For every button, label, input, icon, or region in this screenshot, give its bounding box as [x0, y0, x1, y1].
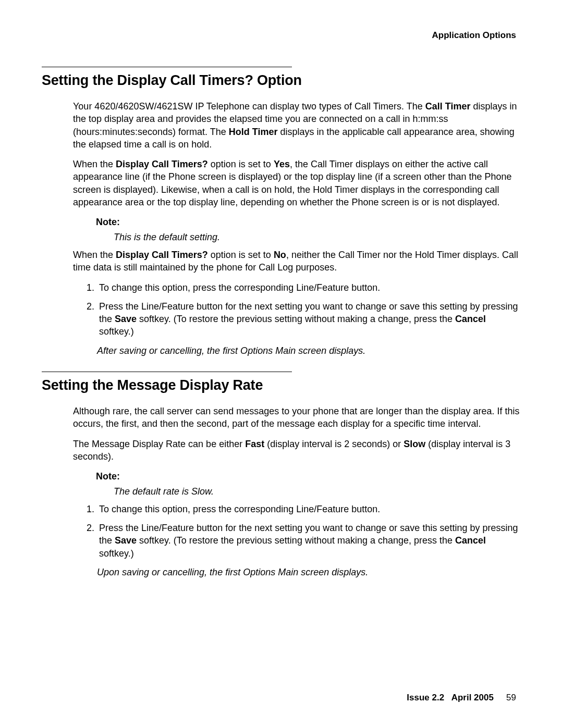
- step-item: To change this option, press the corresp…: [97, 281, 521, 294]
- text: option is set to: [208, 250, 274, 260]
- bold-save: Save: [115, 314, 137, 324]
- bold-cancel: Cancel: [455, 535, 486, 546]
- text: softkey. (To restore the previous settin…: [137, 535, 455, 546]
- section2-steps: To change this option, press the corresp…: [73, 503, 521, 560]
- note-text: This is the default setting.: [114, 231, 521, 243]
- header-category: Application Options: [42, 30, 521, 41]
- section2-body: Although rare, the call server can send …: [73, 405, 521, 578]
- section2-result: Upon saving or cancelling, the first Opt…: [97, 566, 521, 578]
- section-divider: [42, 372, 292, 372]
- text: Your 4620/4620SW/4621SW IP Telephone can…: [73, 101, 425, 112]
- bold-option-name: Display Call Timers?: [116, 159, 208, 169]
- bold-save: Save: [115, 535, 137, 546]
- section-divider: [42, 67, 292, 67]
- text: (display interval is 2 seconds) or: [264, 439, 403, 449]
- text: The Message Display Rate can be either: [73, 439, 245, 449]
- page-number: 59: [506, 693, 516, 702]
- section1-para3: When the Display Call Timers? option is …: [73, 249, 521, 274]
- text: softkey.): [99, 326, 134, 337]
- section1-body: Your 4620/4620SW/4621SW IP Telephone can…: [73, 100, 521, 357]
- section-heading-call-timers: Setting the Display Call Timers? Option: [42, 72, 521, 89]
- bold-yes: Yes: [274, 159, 290, 169]
- bold-hold-timer: Hold Timer: [229, 127, 278, 137]
- footer-page-number: 59: [499, 693, 516, 702]
- step-item: Press the Line/Feature button for the ne…: [97, 300, 521, 338]
- section1-steps: To change this option, press the corresp…: [73, 281, 521, 338]
- page-footer: Issue 2.2 April 2005 59: [407, 693, 516, 703]
- section2-para1: Although rare, the call server can send …: [73, 405, 521, 430]
- footer-issue: Issue 2.2: [407, 693, 444, 702]
- note-text: The default rate is Slow.: [114, 485, 521, 498]
- section-heading-message-rate: Setting the Message Display Rate: [42, 377, 521, 393]
- bold-call-timer: Call Timer: [425, 101, 471, 112]
- bold-option-name: Display Call Timers?: [116, 250, 208, 260]
- note-label: Note:: [96, 470, 521, 483]
- section1-para2: When the Display Call Timers? option is …: [73, 158, 521, 208]
- bold-fast: Fast: [245, 439, 264, 449]
- bold-no: No: [274, 250, 286, 260]
- footer-date: April 2005: [451, 693, 494, 702]
- text: When the: [73, 159, 116, 169]
- text: softkey.): [99, 548, 134, 559]
- text: When the: [73, 250, 116, 260]
- section1-para1: Your 4620/4620SW/4621SW IP Telephone can…: [73, 100, 521, 151]
- section2-para2: The Message Display Rate can be either F…: [73, 438, 521, 463]
- note-label: Note:: [96, 216, 521, 228]
- step-item: Press the Line/Feature button for the ne…: [97, 522, 521, 560]
- text: option is set to: [208, 159, 274, 169]
- step-item: To change this option, press the corresp…: [97, 503, 521, 515]
- document-page: Application Options Setting the Display …: [0, 0, 563, 728]
- bold-slow: Slow: [403, 439, 425, 449]
- section1-result: After saving or cancelling, the first Op…: [97, 344, 521, 357]
- bold-cancel: Cancel: [455, 314, 486, 324]
- text: softkey. (To restore the previous settin…: [137, 314, 455, 324]
